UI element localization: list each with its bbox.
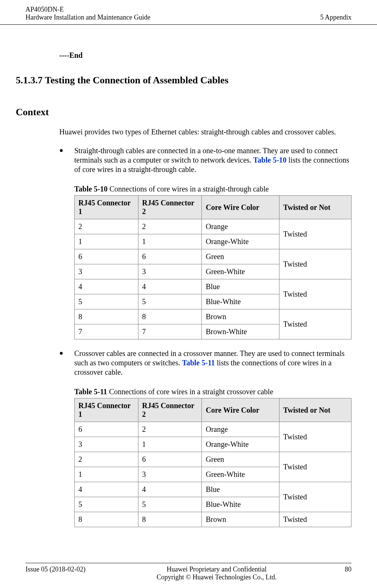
cell: 4 bbox=[138, 482, 202, 497]
footer-line2: Copyright © Huawei Technologies Co., Ltd… bbox=[101, 573, 333, 581]
th-conn1: RJ45 Connector 1 bbox=[75, 398, 138, 422]
page-header: AP4050DN-E Hardware Installation and Mai… bbox=[0, 0, 377, 25]
cell: 4 bbox=[75, 482, 138, 497]
bullet-text: Straight-through cables are connected in… bbox=[74, 146, 349, 173]
cell-twist: Twisted bbox=[279, 512, 351, 527]
cell: 2 bbox=[75, 452, 138, 467]
cell: Green bbox=[202, 452, 279, 467]
caption-num: Table 5-10 bbox=[74, 185, 108, 193]
cell: 3 bbox=[138, 264, 202, 279]
cell: Brown-White bbox=[202, 324, 279, 339]
product-name: AP4050DN-E bbox=[26, 6, 150, 14]
th-color: Core Wire Color bbox=[202, 398, 279, 422]
table-row: 8 8 Brown Twisted bbox=[75, 309, 351, 324]
cell: Brown bbox=[202, 309, 279, 324]
cell: 1 bbox=[75, 467, 138, 482]
cell: 3 bbox=[75, 264, 138, 279]
cell-twist: Twisted bbox=[279, 249, 351, 279]
cell: Green-White bbox=[202, 467, 279, 482]
cell: 6 bbox=[138, 249, 202, 264]
bullet-text: Crossover cables are connected in a cros… bbox=[74, 349, 344, 376]
cell: 8 bbox=[138, 309, 202, 324]
section-heading: 5.1.3.7 Testing the Connection of Assemb… bbox=[16, 75, 377, 86]
th-twisted: Twisted or Not bbox=[279, 398, 351, 422]
bullet-crossover: Crossover cables are connected in a cros… bbox=[59, 349, 351, 527]
cell: Orange-White bbox=[202, 234, 279, 249]
header-left: AP4050DN-E Hardware Installation and Mai… bbox=[26, 6, 150, 21]
cell: Brown bbox=[202, 512, 279, 527]
caption-text: Connections of core wires in a straight … bbox=[107, 387, 273, 396]
bullet-straight-through: Straight-through cables are connected in… bbox=[59, 146, 351, 339]
caption-num: Table 5-11 bbox=[74, 387, 107, 396]
cell: Green-White bbox=[202, 264, 279, 279]
th-twisted: Twisted or Not bbox=[279, 196, 351, 219]
cell: 8 bbox=[75, 512, 138, 527]
footer-line1: Huawei Proprietary and Confidential bbox=[101, 565, 333, 573]
table-header-row: RJ45 Connector 1 RJ45 Connector 2 Core W… bbox=[75, 398, 351, 422]
cell: 8 bbox=[75, 309, 138, 324]
table-5-10-caption: Table 5-10 Connections of core wires in … bbox=[74, 185, 351, 193]
cell: 2 bbox=[75, 219, 138, 234]
cell: 6 bbox=[138, 452, 202, 467]
context-heading: Context bbox=[16, 107, 377, 118]
cell: Orange-White bbox=[202, 437, 279, 452]
th-conn2: RJ45 Connector 2 bbox=[138, 196, 202, 219]
cell: Blue bbox=[202, 279, 279, 294]
cell: 5 bbox=[75, 497, 138, 512]
cell: Blue-White bbox=[202, 294, 279, 309]
xref-table-5-10[interactable]: Table 5-10 bbox=[253, 156, 287, 164]
cell: 1 bbox=[138, 437, 202, 452]
table-5-10: RJ45 Connector 1 RJ45 Connector 2 Core W… bbox=[74, 195, 351, 339]
page-footer: Issue 05 (2018-02-02) Huawei Proprietary… bbox=[26, 563, 351, 581]
cell: 2 bbox=[138, 219, 202, 234]
cell: 7 bbox=[75, 324, 138, 339]
table-5-11: RJ45 Connector 1 RJ45 Connector 2 Core W… bbox=[74, 398, 351, 527]
cell: 7 bbox=[138, 324, 202, 339]
table-row: 6 6 Green Twisted bbox=[75, 249, 351, 264]
cell: 2 bbox=[138, 422, 202, 437]
th-color: Core Wire Color bbox=[202, 196, 279, 219]
table-row: 4 4 Blue Twisted bbox=[75, 279, 351, 294]
cell: 1 bbox=[75, 234, 138, 249]
doc-title: Hardware Installation and Maintenance Gu… bbox=[26, 14, 150, 21]
cell: 4 bbox=[138, 279, 202, 294]
intro-paragraph: Huawei provides two types of Ethernet ca… bbox=[59, 127, 351, 137]
cell: 4 bbox=[75, 279, 138, 294]
cell-twist: Twisted bbox=[279, 452, 351, 482]
cell: 5 bbox=[138, 497, 202, 512]
cell: 6 bbox=[75, 422, 138, 437]
footer-center: Huawei Proprietary and Confidential Copy… bbox=[101, 565, 333, 581]
cell: Green bbox=[202, 249, 279, 264]
table-row: 2 2 Orange Twisted bbox=[75, 219, 351, 234]
footer-page-number: 80 bbox=[333, 565, 351, 573]
cell-twist: Twisted bbox=[279, 219, 351, 249]
table-5-11-caption: Table 5-11 Connections of core wires in … bbox=[74, 387, 351, 396]
cell: 3 bbox=[75, 437, 138, 452]
cell-twist: Twisted bbox=[279, 482, 351, 512]
caption-text: Connections of core wires in a straight-… bbox=[108, 185, 269, 193]
cell: 1 bbox=[138, 234, 202, 249]
th-conn1: RJ45 Connector 1 bbox=[75, 196, 138, 219]
cell: 3 bbox=[138, 467, 202, 482]
cell-twist: Twisted bbox=[279, 309, 351, 339]
table-row: 4 4 Blue Twisted bbox=[75, 482, 351, 497]
cell: Blue-White bbox=[202, 497, 279, 512]
end-marker: ----End bbox=[59, 51, 377, 60]
cell: Orange bbox=[202, 422, 279, 437]
cell: Orange bbox=[202, 219, 279, 234]
cell-twist: Twisted bbox=[279, 279, 351, 309]
cell: 8 bbox=[138, 512, 202, 527]
footer-issue: Issue 05 (2018-02-02) bbox=[26, 565, 101, 573]
cell: 5 bbox=[75, 294, 138, 309]
table-row: 6 2 Orange Twisted bbox=[75, 422, 351, 437]
header-section: 5 Appendix bbox=[320, 14, 352, 21]
cell-twist: Twisted bbox=[279, 422, 351, 452]
th-conn2: RJ45 Connector 2 bbox=[138, 398, 202, 422]
table-row: 2 6 Green Twisted bbox=[75, 452, 351, 467]
cell: 5 bbox=[138, 294, 202, 309]
cell: 6 bbox=[75, 249, 138, 264]
xref-table-5-11[interactable]: Table 5-11 bbox=[182, 359, 215, 367]
cell: Blue bbox=[202, 482, 279, 497]
table-row: 8 8 Brown Twisted bbox=[75, 512, 351, 527]
table-header-row: RJ45 Connector 1 RJ45 Connector 2 Core W… bbox=[75, 196, 351, 219]
